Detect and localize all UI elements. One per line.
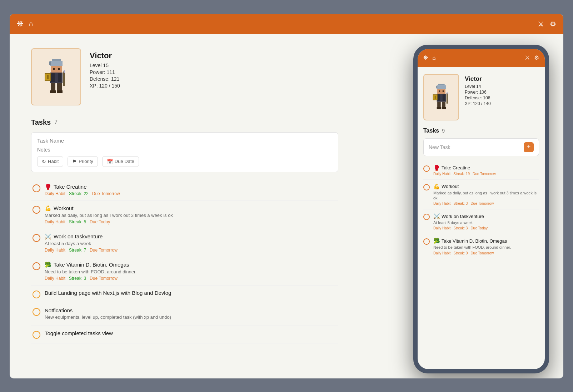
task-item: 💪 Workout Marked as daily, but as long a… [31, 201, 338, 229]
profile-level: Level 15 [90, 63, 120, 68]
task-checkbox[interactable] [33, 331, 40, 339]
avatar [31, 48, 81, 105]
task-content: 🥊 Take Creatine Daily Habit Streak: 22 D… [45, 184, 337, 196]
task-action-buttons: ↻ Habit ⚑ Priority 📅 Due Date [37, 156, 332, 167]
phone-streak-tag: Streak: 19 [453, 172, 470, 176]
phone-task-meta: Daily Habit Streak: 0 Due Tomorrow [433, 251, 539, 255]
task-name: Work on taskventure [54, 233, 103, 239]
phone-task-title-row: 🥊 Take Creatine [433, 165, 539, 171]
svg-rect-3 [51, 66, 62, 73]
phone-settings-icon[interactable]: ⚙ [534, 54, 539, 61]
svg-rect-30 [446, 93, 448, 104]
task-item: Build Landing page with Next.js with Blo… [31, 286, 338, 303]
due-tag: Due Tomorrow [90, 276, 118, 281]
due-tag: Due Tomorrow [90, 248, 118, 253]
task-item: Toggle completed tasks view [31, 326, 338, 343]
svg-rect-17 [57, 90, 63, 93]
task-meta: Daily Habit Streak: 7 Due Tomorrow [45, 248, 337, 253]
phone-home-icon[interactable]: ⌂ [432, 55, 436, 61]
svg-rect-34 [437, 107, 441, 109]
svg-rect-21 [437, 89, 445, 94]
phone-profile-name: Victor [465, 75, 491, 83]
svg-rect-12 [63, 71, 65, 86]
settings-nav-icon[interactable]: ⚙ [550, 20, 556, 28]
task-checkbox[interactable] [33, 234, 40, 242]
phone-add-button[interactable]: + [524, 142, 534, 152]
calendar-icon: 📅 [107, 159, 113, 164]
phone-task-meta: Daily Habit Streak: 3 Due Tomorrow [433, 202, 539, 205]
phone-nav: ❋ ⌂ ⚔ ⚙ [418, 49, 545, 67]
phone-task-emoji: 🥦 [433, 238, 440, 244]
phone-task-content: ⚔️ Work on taskventure At least 5 days a… [433, 213, 539, 230]
profile-info: Victor Level 15 Power: 111 Defense: 121 … [90, 48, 120, 90]
svg-rect-8 [58, 73, 61, 82]
svg-rect-19 [437, 85, 446, 89]
task-description: At least 5 days a week [45, 241, 337, 246]
phone-avatar [423, 74, 459, 120]
task-checkbox[interactable] [33, 291, 40, 298]
task-input-area: ↻ Habit ⚑ Priority 📅 Due Date [31, 132, 338, 172]
due-date-button[interactable]: 📅 Due Date [102, 156, 139, 167]
phone-task-emoji: ⚔️ [433, 213, 440, 219]
svg-rect-22 [439, 90, 440, 92]
phone-task-checkbox[interactable] [423, 165, 430, 172]
phone-content: Victor Level 14 Power: 106 Defense: 106 … [418, 67, 545, 369]
profile-xp: XP: 120 / 150 [90, 83, 120, 89]
task-emoji: ⚔️ [45, 233, 51, 240]
phone-task-description: At least 5 days a week [433, 220, 539, 225]
habit-tag: Daily Habit [45, 248, 65, 253]
sword-nav-icon[interactable]: ⚔ [538, 20, 544, 28]
task-list: 🥊 Take Creatine Daily Habit Streak: 22 D… [31, 179, 338, 343]
main-content: Victor Level 15 Power: 111 Defense: 121 … [10, 34, 563, 378]
task-checkbox[interactable] [33, 206, 40, 214]
svg-rect-29 [434, 96, 435, 99]
phone-tasks-count: 9 [442, 128, 445, 134]
phone-habit-tag: Daily Habit [433, 251, 450, 255]
phone-task-name: Take Vitamin D, Biotin, Omegas [442, 238, 507, 244]
habit-tag: Daily Habit [45, 219, 65, 224]
phone-due-tag: Due Today [470, 226, 488, 230]
task-description: Marked as daily, but as long as I work o… [45, 213, 337, 218]
profile-name: Victor [90, 51, 120, 60]
habit-button[interactable]: ↻ Habit [37, 156, 63, 167]
phone-new-task-input[interactable]: New Task + [423, 138, 539, 156]
task-name-input[interactable] [37, 138, 332, 144]
tasks-section: Tasks 7 ↻ Habit ⚑ Priority � [31, 118, 338, 343]
priority-button[interactable]: ⚑ Priority [68, 156, 98, 167]
task-title-row: 💪 Workout [45, 205, 337, 212]
profile-defense: Defense: 121 [90, 76, 120, 82]
phone-task-checkbox[interactable] [423, 184, 430, 190]
home-nav-icon[interactable]: ⌂ [29, 20, 33, 28]
svg-rect-33 [442, 102, 445, 108]
streak-tag: Streak: 22 [69, 191, 89, 196]
phone-task-item: ⚔️ Work on taskventure At least 5 days a… [423, 209, 539, 234]
phone-profile-level: Level 14 [465, 84, 491, 89]
task-item: ⚔️ Work on taskventure At least 5 days a… [31, 229, 338, 257]
task-checkbox[interactable] [33, 308, 40, 316]
task-content: Toggle completed tasks view [45, 330, 337, 337]
svg-rect-11 [47, 75, 49, 79]
task-checkbox[interactable] [33, 184, 40, 192]
phone-task-checkbox[interactable] [423, 238, 430, 245]
app-window: ❋ ⌂ ⚔ ⚙ [10, 14, 563, 378]
phone-task-meta: Daily Habit Streak: 3 Due Today [433, 226, 539, 230]
phone-task-checkbox[interactable] [423, 214, 430, 220]
task-title-row: ⚔️ Work on taskventure [45, 233, 337, 240]
task-content: ⚔️ Work on taskventure At least 5 days a… [45, 233, 337, 253]
streak-tag: Streak: 7 [69, 248, 86, 253]
svg-rect-13 [64, 70, 65, 73]
top-nav: ❋ ⌂ ⚔ ⚙ [10, 14, 563, 34]
phone-task-description: Marked as daily, but as long as I work o… [433, 190, 539, 201]
mobile-phone-overlay: ❋ ⌂ ⚔ ⚙ [413, 45, 549, 373]
phone-sword-icon[interactable]: ⚔ [525, 54, 530, 61]
habit-tag: Daily Habit [45, 191, 65, 196]
svg-rect-23 [442, 90, 444, 92]
task-title-row: Toggle completed tasks view [45, 330, 337, 336]
task-content: 💪 Workout Marked as daily, but as long a… [45, 205, 337, 224]
phone-due-tag: Due Tomorrow [470, 202, 494, 205]
task-checkbox[interactable] [33, 262, 40, 270]
phone-task-title-row: 🥦 Take Vitamin D, Biotin, Omegas [433, 238, 539, 244]
task-notes-input[interactable] [37, 147, 332, 153]
phone-task-title-row: ⚔️ Work on taskventure [433, 213, 539, 219]
phone-due-tag: Due Tomorrow [473, 172, 496, 176]
